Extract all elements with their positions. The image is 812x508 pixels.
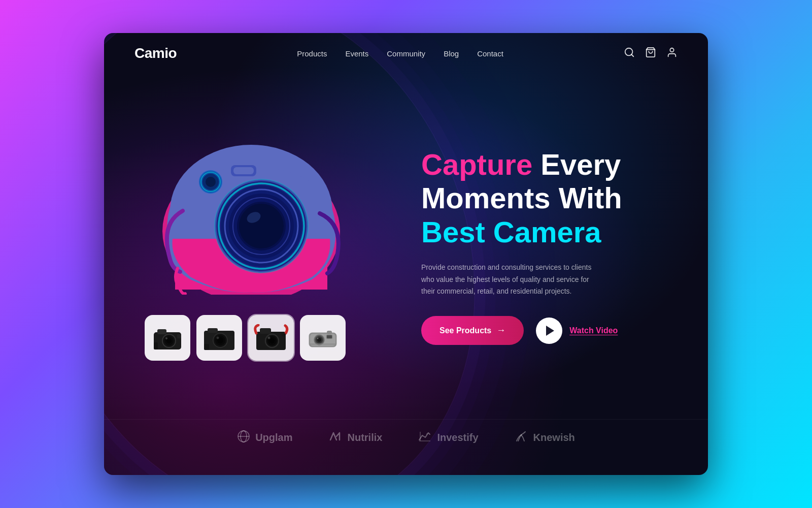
browser-window: Camio Products Events Community Blog Con… xyxy=(104,33,708,475)
user-icon[interactable] xyxy=(666,47,678,60)
title-best-camera: Best Camera xyxy=(421,215,601,248)
right-section: Capture Every Moments With Best Camera P… xyxy=(391,148,678,345)
svg-rect-33 xyxy=(177,334,181,338)
upglam-label: Upglam xyxy=(255,432,292,443)
play-button[interactable] xyxy=(536,318,562,344)
cta-row: See Products → Watch Video xyxy=(421,316,667,345)
see-products-label: See Products xyxy=(439,326,491,335)
search-icon[interactable] xyxy=(624,47,635,60)
svg-point-30 xyxy=(166,338,172,343)
svg-rect-40 xyxy=(204,344,209,350)
nav-community[interactable]: Community xyxy=(387,49,425,58)
title-every: Every xyxy=(532,148,621,181)
svg-point-54 xyxy=(317,337,319,339)
nutrilix-label: Nutrilix xyxy=(348,432,383,443)
nav-events[interactable]: Events xyxy=(345,49,368,58)
nav-products[interactable]: Products xyxy=(297,49,327,58)
brand-investify[interactable]: Investify xyxy=(418,430,478,446)
knewish-label: Knewish xyxy=(533,432,575,443)
svg-point-46 xyxy=(269,338,275,343)
svg-rect-43 xyxy=(260,328,271,334)
brand-knewish[interactable]: Knewish xyxy=(514,430,575,446)
nutrilix-icon xyxy=(328,430,343,446)
cart-icon[interactable] xyxy=(645,47,656,60)
svg-point-31 xyxy=(165,337,167,339)
hero-camera xyxy=(145,132,358,295)
nav-contact[interactable]: Contact xyxy=(477,49,503,58)
left-section xyxy=(134,132,391,361)
brands-section: Upglam Nutrilix Investify xyxy=(104,419,708,456)
nav-links: Products Events Community Blog Contact xyxy=(297,49,503,58)
investify-label: Investify xyxy=(437,432,478,443)
svg-line-1 xyxy=(631,54,633,56)
knewish-icon xyxy=(514,430,528,446)
main-content: Capture Every Moments With Best Camera P… xyxy=(104,74,708,419)
svg-rect-25 xyxy=(233,167,254,174)
svg-rect-32 xyxy=(154,342,158,350)
hero-title: Capture Every Moments With Best Camera xyxy=(421,148,667,249)
svg-point-3 xyxy=(670,48,673,51)
see-products-button[interactable]: See Products → xyxy=(421,316,524,345)
arrow-right-icon: → xyxy=(496,325,505,336)
svg-point-22 xyxy=(206,177,216,187)
nav-blog[interactable]: Blog xyxy=(444,49,459,58)
svg-rect-58 xyxy=(310,343,335,345)
svg-point-39 xyxy=(217,336,219,339)
brand-upglam[interactable]: Upglam xyxy=(237,430,292,446)
thumbnail-3[interactable] xyxy=(248,315,294,361)
investify-icon xyxy=(418,430,432,446)
upglam-icon xyxy=(237,430,250,446)
watch-video-group[interactable]: Watch Video xyxy=(536,318,618,344)
svg-rect-56 xyxy=(327,335,332,338)
thumbnail-4[interactable] xyxy=(300,315,346,361)
watch-video-label[interactable]: Watch Video xyxy=(569,326,618,335)
svg-rect-57 xyxy=(327,331,332,334)
svg-point-47 xyxy=(268,336,270,339)
svg-rect-27 xyxy=(157,329,166,334)
svg-point-16 xyxy=(239,204,284,248)
hero-description: Provide construction and consulting serv… xyxy=(421,262,594,298)
thumbnail-2[interactable] xyxy=(196,315,242,361)
nav-icon-group xyxy=(624,47,678,60)
logo[interactable]: Camio xyxy=(134,45,177,61)
title-capture: Capture xyxy=(421,148,532,181)
svg-rect-48 xyxy=(281,333,286,336)
brand-nutrilix[interactable]: Nutrilix xyxy=(328,430,383,446)
svg-rect-41 xyxy=(230,332,234,336)
navbar: Camio Products Events Community Blog Con… xyxy=(104,33,708,74)
thumbnail-row xyxy=(145,315,346,361)
thumbnail-1[interactable] xyxy=(145,315,190,361)
svg-rect-35 xyxy=(208,328,218,333)
play-triangle-icon xyxy=(546,326,554,336)
title-moments-with: Moments With xyxy=(421,181,622,214)
